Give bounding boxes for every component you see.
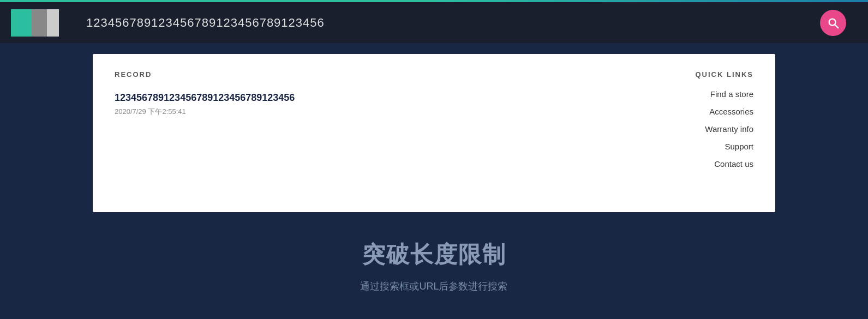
quick-link-item: Warranty info	[644, 124, 753, 134]
quick-link-item: Find a store	[644, 89, 753, 99]
quick-link-anchor[interactable]: Warranty info	[705, 124, 753, 134]
bottom-subtitle: 通过搜索框或URL后参数进行搜索	[11, 280, 857, 293]
logo-teal-block	[11, 9, 32, 37]
quick-links-section: QUICK LINKS Find a storeAccessoriesWarra…	[644, 70, 753, 196]
bottom-title: 突破长度限制	[11, 239, 857, 270]
main-wrapper: RECORD 123456789123456789123456789123456…	[0, 43, 868, 319]
left-section: RECORD 123456789123456789123456789123456…	[115, 70, 644, 196]
search-icon	[827, 17, 839, 29]
logo	[11, 9, 59, 37]
navbar: 123456789123456789123456789123456	[0, 2, 868, 43]
navbar-search-text: 123456789123456789123456789123456	[75, 16, 857, 30]
search-button[interactable]	[820, 10, 846, 36]
quick-links-label: QUICK LINKS	[644, 70, 753, 79]
quick-link-anchor[interactable]: Find a store	[710, 89, 753, 99]
quick-link-anchor[interactable]: Accessories	[709, 107, 753, 116]
record-date: 2020/7/29 下午2:55:41	[115, 107, 644, 117]
quick-links-list: Find a storeAccessoriesWarranty infoSupp…	[644, 89, 753, 169]
logo-white-block	[47, 9, 59, 37]
bottom-section: 突破长度限制 通过搜索框或URL后参数进行搜索	[0, 212, 868, 309]
record-label: RECORD	[115, 70, 644, 79]
svg-line-1	[835, 25, 838, 28]
content-card: RECORD 123456789123456789123456789123456…	[93, 54, 775, 212]
quick-link-anchor[interactable]: Support	[725, 142, 753, 151]
logo-gray-block	[32, 9, 47, 37]
quick-link-item: Contact us	[644, 159, 753, 169]
quick-link-anchor[interactable]: Contact us	[714, 159, 753, 168]
quick-link-item: Support	[644, 142, 753, 152]
record-title: 123456789123456789123456789123456	[115, 92, 644, 104]
quick-link-item: Accessories	[644, 107, 753, 117]
